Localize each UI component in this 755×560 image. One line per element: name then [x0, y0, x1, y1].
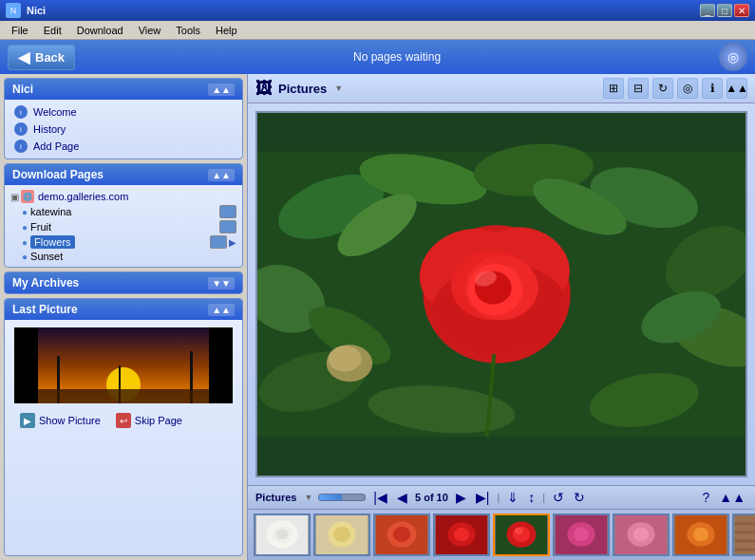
nici-panel-content: i Welcome i History i Add Page	[5, 100, 242, 159]
status-text: No pages waiting	[353, 50, 441, 64]
back-label: Back	[35, 50, 65, 65]
main-layout: Nici ▲▲ i Welcome i History i Add Page	[0, 74, 755, 560]
minimize-button[interactable]: _	[700, 4, 715, 17]
download-pages-title: Download Pages	[12, 168, 104, 181]
skip-page-button[interactable]: ↩ Skip Page	[112, 411, 186, 430]
last-picture-collapse[interactable]: ▲▲	[208, 304, 235, 316]
add-page-icon: i	[14, 140, 28, 153]
menu-tools[interactable]: Tools	[168, 23, 208, 38]
toolbar-icon-info[interactable]: ℹ	[702, 78, 723, 99]
history-link[interactable]: i History	[10, 121, 236, 138]
content-header: 🖼 Pictures ▼ ⊞ ⊟ ↻ ◎ ℹ ▲▲	[248, 74, 755, 103]
history-label: History	[33, 123, 66, 135]
maximize-button[interactable]: □	[717, 4, 732, 17]
download-pages-collapse[interactable]: ▲▲	[208, 169, 235, 181]
image-controls-bar: Pictures ▼ |◀ ◀ 5 of 10 ▶ ▶| | ⇓ ↕ | ↺ ↻…	[248, 485, 755, 509]
rotate-right-button[interactable]: ↻	[572, 490, 587, 505]
folder-bullet-4: ●	[22, 252, 28, 262]
prev-page-button[interactable]: ◀	[395, 490, 409, 505]
folder-chevron-icon[interactable]: ▼	[334, 84, 343, 93]
tree-item-sunset[interactable]: ● Sunset	[22, 250, 236, 263]
thumbnail-6[interactable]	[553, 513, 610, 556]
thumbnail-2[interactable]	[313, 513, 370, 556]
toolbar-icon-collapse[interactable]: ▲▲	[727, 78, 747, 99]
close-button[interactable]: ✕	[734, 4, 749, 17]
add-page-label: Add Page	[33, 140, 79, 152]
back-button[interactable]: ◀ Back	[8, 45, 75, 70]
show-picture-button[interactable]: ▶ Show Picture	[16, 411, 104, 430]
first-page-button[interactable]: |◀	[371, 490, 389, 505]
archives-title: My Archives	[12, 276, 79, 289]
toolbar-icon-2[interactable]: ⊟	[628, 78, 649, 99]
sunset-preview-image	[14, 327, 233, 403]
toolbar-icon-4[interactable]: ◎	[677, 78, 698, 99]
add-page-link[interactable]: i Add Page	[10, 138, 236, 155]
app-title: Nici	[27, 5, 700, 16]
help-button[interactable]: ?	[700, 490, 711, 505]
thumbnail-9[interactable]	[732, 513, 755, 556]
last-page-button[interactable]: ▶|	[474, 490, 492, 505]
welcome-label: Welcome	[33, 106, 77, 118]
thumbnail-1[interactable]	[254, 513, 311, 556]
pictures-dropdown-icon[interactable]: ▼	[304, 493, 312, 502]
content-toolbar: ⊞ ⊟ ↻ ◎ ℹ ▲▲	[603, 78, 747, 99]
nav-bar: ◀ Back No pages waiting ◎	[0, 40, 755, 74]
download-button[interactable]: ⇓	[505, 490, 520, 505]
main-image-area	[248, 103, 755, 485]
thumbnail-7[interactable]	[613, 513, 670, 556]
menu-download[interactable]: Download	[69, 23, 131, 38]
svg-rect-63	[735, 540, 755, 543]
site-label[interactable]: demo.galleries.com	[38, 191, 128, 202]
show-picture-label: Show Picture	[39, 415, 101, 426]
ctrl-separator-2: |	[542, 492, 545, 503]
thumbnail-4[interactable]	[433, 513, 490, 556]
svg-point-59	[693, 528, 708, 542]
tree-item-fruit[interactable]: ● Fruit	[22, 219, 236, 234]
fruit-swatch	[219, 220, 236, 233]
welcome-link[interactable]: i Welcome	[10, 103, 236, 121]
menu-file[interactable]: File	[4, 23, 36, 38]
main-image-frame	[255, 111, 747, 477]
svg-point-37	[276, 530, 289, 540]
thumbnail-8[interactable]	[672, 513, 729, 556]
menu-bar: File Edit Download View Tools Help	[0, 21, 755, 40]
tree-item-katewina[interactable]: ● katewina	[22, 204, 236, 219]
rose-image	[257, 113, 746, 476]
nav-avatar-icon: ◎	[719, 43, 747, 71]
last-picture-content: ▶ Show Picture ↩ Skip Page	[5, 320, 242, 438]
back-arrow-icon: ◀	[18, 48, 29, 66]
expand-button[interactable]: ▲▲	[717, 490, 747, 505]
menu-edit[interactable]: Edit	[36, 23, 69, 38]
tree-children: ● katewina ● Fruit ● Flowers ▶	[22, 204, 236, 263]
nici-panel-collapse[interactable]: ▲▲	[208, 84, 235, 96]
katewina-label: katewina	[30, 206, 71, 217]
nici-panel-title: Nici	[12, 83, 33, 96]
sort-button[interactable]: ↕	[526, 490, 537, 505]
tree-item-flowers[interactable]: ● Flowers ▶	[22, 234, 236, 250]
app-icon: N	[6, 3, 21, 18]
welcome-icon: i	[14, 105, 28, 119]
download-pages-header: Download Pages ▲▲	[5, 164, 242, 185]
menu-view[interactable]: View	[131, 23, 169, 38]
page-info: 5 of 10	[415, 492, 448, 503]
skip-page-label: Skip Page	[135, 415, 182, 426]
nici-panel: Nici ▲▲ i Welcome i History i Add Page	[4, 78, 243, 159]
thumbnail-3[interactable]	[373, 513, 430, 556]
nici-panel-header: Nici ▲▲	[5, 79, 242, 100]
thumbnail-5[interactable]	[493, 513, 550, 556]
window-controls: _ □ ✕	[700, 4, 749, 17]
toolbar-icon-3[interactable]: ↻	[652, 78, 673, 99]
next-page-button[interactable]: ▶	[454, 490, 468, 505]
toolbar-icon-1[interactable]: ⊞	[603, 78, 624, 99]
sunset-label: Sunset	[30, 251, 63, 262]
content-area: 🖼 Pictures ▼ ⊞ ⊟ ↻ ◎ ℹ ▲▲	[247, 74, 755, 560]
menu-help[interactable]: Help	[208, 23, 245, 38]
svg-point-56	[633, 528, 649, 542]
svg-rect-61	[735, 522, 755, 525]
archives-collapse[interactable]: ▼▼	[208, 277, 235, 289]
svg-point-46	[454, 528, 469, 542]
flowers-label: Flowers	[30, 235, 75, 249]
last-picture-title: Last Picture	[12, 303, 78, 316]
rotate-left-button[interactable]: ↺	[551, 490, 566, 505]
folder-bullet-2: ●	[22, 222, 28, 233]
